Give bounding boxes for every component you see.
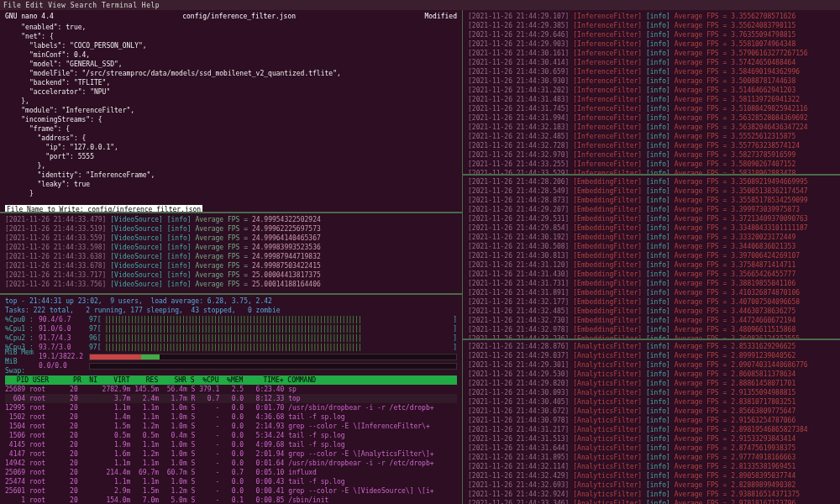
log-line: [2021-11-26 21:44:33.598] [VideoSource] …: [5, 243, 457, 252]
log-line: [2021-11-26 21:44:33.255] [InferenceFilt…: [468, 160, 835, 169]
log-line: [2021-11-26 21:44:32.924] [AnalyticsFilt…: [468, 490, 835, 499]
process-list[interactable]: 25689 root 20 2782.9m 145.5m 56.4m S 379…: [5, 385, 457, 504]
nano-status: Modified: [424, 12, 457, 21]
log-line: [2021-11-26 21:44:33.559] [VideoSource] …: [5, 234, 457, 243]
log-line: [2021-11-26 21:44:31.895] [AnalyticsFilt…: [468, 453, 835, 462]
log-line: [2021-11-26 21:44:30.192] [EmbeddingFilt…: [468, 233, 835, 242]
top-summary-line: top - 21:44:31 up 23:02, 9 users, load a…: [5, 297, 457, 306]
log-line: [2021-11-26 21:44:31.891] [EmbeddingFilt…: [468, 288, 835, 297]
htop-pane[interactable]: top - 21:44:31 up 23:02, 9 users, load a…: [0, 295, 462, 504]
log-line: [2021-11-26 21:44:32.730] [EmbeddingFilt…: [468, 316, 835, 325]
log-line: [2021-11-26 21:44:32.970] [InferenceFilt…: [468, 150, 835, 160]
log-line: [2021-11-26 21:44:33.717] [VideoSource] …: [5, 270, 457, 280]
log-line: [2021-11-26 21:44:30.508] [EmbeddingFilt…: [468, 242, 835, 251]
log-line: [2021-11-26 21:44:30.161] [InferenceFilt…: [468, 49, 835, 58]
video-log-pane[interactable]: [2021-11-26 21:44:33.479] [VideoSource] …: [0, 213, 462, 293]
cpu-bar: %Cpu1 :91.0/6.097[||||||||||||||||||||||…: [5, 324, 457, 333]
log-line: [2021-11-26 21:44:31.994] [InferenceFilt…: [468, 113, 835, 123]
log-line: [2021-11-26 21:44:31.120] [EmbeddingFilt…: [468, 260, 835, 270]
log-line: [2021-11-26 21:44:31.202] [InferenceFilt…: [468, 86, 835, 95]
log-line: [2021-11-26 21:44:31.483] [InferenceFilt…: [468, 95, 835, 104]
log-line: [2021-11-26 21:44:29.820] [AnalyticsFilt…: [468, 379, 835, 388]
log-line: [2021-11-26 21:44:30.813] [EmbeddingFilt…: [468, 251, 835, 260]
log-line: [2021-11-26 21:44:33.519] [VideoSource] …: [5, 224, 457, 234]
nano-filename: config/inference_filter.json: [182, 12, 296, 21]
nano-save-prompt[interactable]: File Name to Write: config/inference_fil…: [5, 205, 202, 212]
log-line: [2021-11-26 21:44:33.529] [InferenceFilt…: [468, 169, 835, 174]
log-line: [2021-11-26 21:44:29.530] [AnalyticsFilt…: [468, 370, 835, 379]
nano-titlebar: GNU nano 4.4 config/inference_filter.jso…: [5, 12, 457, 21]
log-line: [2021-11-26 21:44:32.693] [AnalyticsFilt…: [468, 480, 835, 490]
nano-content[interactable]: "enabled": true, "net": { "labels": "COC…: [5, 23, 457, 198]
analytics-log-pane[interactable]: [2021-11-26 21:44:28.876] [AnalyticsFilt…: [463, 340, 840, 504]
cpu-bar: %Cpu2 :91.7/4.396[||||||||||||||||||||||…: [5, 333, 457, 343]
log-line: [2021-11-26 21:44:31.745] [InferenceFilt…: [468, 104, 835, 113]
log-line: [2021-11-26 21:44:30.405] [AnalyticsFilt…: [468, 397, 835, 407]
log-line: [2021-11-26 21:44:32.114] [AnalyticsFilt…: [468, 462, 835, 471]
log-line: [2021-11-26 21:44:33.756] [VideoSource] …: [5, 280, 457, 289]
log-line: [2021-11-26 21:44:28.549] [EmbeddingFilt…: [468, 186, 835, 196]
log-line: [2021-11-26 21:44:32.978] [EmbeddingFilt…: [468, 325, 835, 334]
log-line: [2021-11-26 21:44:28.873] [EmbeddingFilt…: [468, 196, 835, 205]
embedding-log-pane[interactable]: [2021-11-26 21:44:28.206] [EmbeddingFilt…: [463, 176, 840, 339]
log-line: [2021-11-26 21:44:31.644] [AnalyticsFilt…: [468, 444, 835, 453]
process-row[interactable]: 25474 root 20 1.1m 1.1m 1.0m S - 0.0 0:0…: [5, 477, 457, 486]
log-line: [2021-11-26 21:44:29.107] [InferenceFilt…: [468, 12, 835, 21]
mem-bar: MiB Mem : 19.1/3822.2: [5, 352, 457, 361]
log-line: [2021-11-26 21:44:29.531] [EmbeddingFilt…: [468, 214, 835, 223]
swap-label: MiB Swap:: [5, 357, 39, 375]
log-line: [2021-11-26 21:44:29.646] [InferenceFilt…: [468, 30, 835, 39]
log-line: [2021-11-26 21:44:30.978] [AnalyticsFilt…: [468, 416, 835, 425]
log-line: [2021-11-26 21:44:33.678] [VideoSource] …: [5, 261, 457, 270]
process-row[interactable]: 1504 root 20 1.5m 1.2m 1.0m S - 0.0 2:14…: [5, 422, 457, 431]
process-row[interactable]: 4147 root 20 1.6m 1.2m 1.0m S - 0.0 2:01…: [5, 449, 457, 459]
log-line: [2021-11-26 21:44:31.430] [EmbeddingFilt…: [468, 270, 835, 279]
log-line: [2021-11-26 21:44:28.876] [AnalyticsFilt…: [468, 342, 835, 351]
log-line: [2021-11-26 21:44:29.854] [EmbeddingFilt…: [468, 223, 835, 233]
cpu-bar: %Cpu0 :90.4/6.797[||||||||||||||||||||||…: [5, 315, 457, 324]
process-row[interactable]: 25069 root 20 214.4m 69.7m 60.7m S - 0.7…: [5, 468, 457, 477]
log-line: [2021-11-26 21:44:29.301] [AnalyticsFilt…: [468, 360, 835, 370]
log-line: [2021-11-26 21:44:33.236] [EmbeddingFilt…: [468, 334, 835, 339]
log-line: [2021-11-26 21:44:29.037] [AnalyticsFilt…: [468, 351, 835, 360]
inference-log-pane[interactable]: [2021-11-26 21:44:29.107] [InferenceFilt…: [463, 10, 840, 174]
tmux-layout: GNU nano 4.4 config/inference_filter.jso…: [0, 10, 840, 504]
log-line: [2021-11-26 21:44:33.638] [VideoSource] …: [5, 252, 457, 261]
process-row[interactable]: 4145 root 20 1.9m 1.1m 1.0m S - 0.0 4:09…: [5, 440, 457, 449]
log-line: [2021-11-26 21:44:32.177] [EmbeddingFilt…: [468, 297, 835, 307]
log-line: [2021-11-26 21:44:33.479] [VideoSource] …: [5, 215, 457, 224]
process-row[interactable]: 1506 root 20 0.5m 0.5m 0.4m S - 0.0 5:34…: [5, 431, 457, 440]
process-row[interactable]: 25601 root 20 2.9m 1.5m 1.2m S - 0.0 0:0…: [5, 486, 457, 496]
nano-editor-pane[interactable]: GNU nano 4.4 config/inference_filter.jso…: [0, 10, 462, 212]
process-row[interactable]: 14942 root 20 1.1m 1.1m 1.0m S - 0.0 0:0…: [5, 459, 457, 468]
menubar[interactable]: File Edit View Search Terminal Help: [0, 0, 840, 10]
log-line: [2021-11-26 21:44:31.731] [EmbeddingFilt…: [468, 279, 835, 288]
log-line: [2021-11-26 21:44:30.093] [AnalyticsFilt…: [468, 388, 835, 397]
log-line: [2021-11-26 21:44:29.385] [InferenceFilt…: [468, 21, 835, 30]
log-line: [2021-11-26 21:44:32.485] [EmbeddingFilt…: [468, 307, 835, 316]
log-line: [2021-11-26 21:44:29.207] [EmbeddingFilt…: [468, 205, 835, 214]
process-row[interactable]: 25689 root 20 2782.9m 145.5m 56.4m S 379…: [5, 385, 457, 394]
log-line: [2021-11-26 21:44:29.903] [InferenceFilt…: [468, 39, 835, 49]
log-line: [2021-11-26 21:44:31.217] [AnalyticsFilt…: [468, 425, 835, 434]
log-line: [2021-11-26 21:44:33.346] [AnalyticsFilt…: [468, 499, 835, 504]
process-row[interactable]: 12995 root 20 1.1m 1.1m 1.0m S - 0.0 0:0…: [5, 403, 457, 412]
log-line: [2021-11-26 21:44:32.485] [InferenceFilt…: [468, 132, 835, 141]
log-line: [2021-11-26 21:44:28.206] [EmbeddingFilt…: [468, 177, 835, 186]
log-line: [2021-11-26 21:44:30.672] [AnalyticsFilt…: [468, 407, 835, 416]
cpu-bars: %Cpu0 :90.4/6.797[||||||||||||||||||||||…: [5, 315, 457, 352]
process-row[interactable]: 1502 root 20 1.4m 1.1m 1.0m S - 0.0 4:36…: [5, 412, 457, 422]
cpu-bar: %Cpu3 :93.7/3.097[||||||||||||||||||||||…: [5, 343, 457, 352]
left-column: GNU nano 4.4 config/inference_filter.jso…: [0, 10, 462, 504]
nano-app-name: GNU nano 4.4: [5, 12, 54, 21]
process-header[interactable]: PID USER PR NI VIRT RES SHR S %CPU %MEM …: [5, 375, 457, 385]
log-line: [2021-11-26 21:44:32.429] [AnalyticsFilt…: [468, 471, 835, 480]
log-line: [2021-11-26 21:44:32.183] [InferenceFilt…: [468, 123, 835, 132]
swap-value: 0.0/0.0: [39, 361, 89, 370]
log-line: [2021-11-26 21:44:30.414] [InferenceFilt…: [468, 58, 835, 67]
process-row[interactable]: 1 root 20 154.0m 7.0m 5.0m S - 0.1 0:00.…: [5, 496, 457, 504]
top-tasks-line: Tasks: 222 total, 2 running, 177 sleepin…: [5, 306, 457, 315]
log-line: [2021-11-26 21:44:32.728] [InferenceFilt…: [468, 141, 835, 150]
log-line: [2021-11-26 21:44:31.513] [AnalyticsFilt…: [468, 434, 835, 444]
process-row[interactable]: 604 root 20 3.7m 2.4m 1.7m R 0.7 0.0 8:1…: [5, 394, 457, 403]
